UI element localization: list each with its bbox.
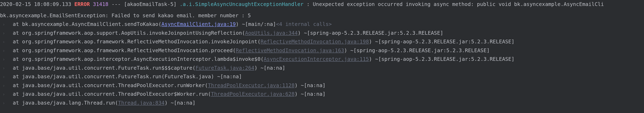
stack-frame: › at org.springframework.aop.support.Aop…	[0, 29, 644, 38]
stack-frame: › at java.base/java.util.concurrent.Futu…	[0, 64, 644, 73]
stack-trace: › at bk.asyncexample.AsyncEmailClient.se…	[0, 20, 644, 107]
stack-suffix: ) ~[spring-aop-5.2.3.RELEASE.jar:5.2.3.R…	[298, 29, 443, 38]
stack-suffix: ) ~[main/:na]	[236, 20, 276, 29]
stack-suffix: ) ~[na:na]	[295, 81, 326, 90]
separator: ---	[112, 0, 121, 9]
log-console: 2020-02-15 18:08:09.133 ERROR 31418 --- …	[0, 0, 644, 107]
stack-prefix: at org.springframework.aop.framework.Ref…	[13, 46, 236, 55]
source-link[interactable]: ThreadPoolExecutor.java:628	[211, 90, 294, 99]
stack-prefix: at java.base/java.util.concurrent.Thread…	[13, 81, 208, 90]
stack-suffix: ) ~[spring-aop-5.2.3.RELEASE.jar:5.2.3.R…	[344, 46, 490, 55]
process-id: 31418	[93, 0, 108, 9]
stack-prefix: at java.base/java.util.concurrent.Future…	[13, 64, 196, 73]
source-link[interactable]: Thread.java:834	[118, 99, 164, 108]
stack-suffix: ) ~[na:na]	[254, 64, 286, 73]
logger-name: .a.i.SimpleAsyncUncaughtExceptionHandler	[180, 0, 304, 9]
stack-suffix: ) ~[spring-aop-5.2.3.RELEASE.jar:5.2.3.R…	[369, 55, 514, 64]
chevron-right-icon[interactable]: ›	[1, 29, 6, 37]
source-link[interactable]: ThreadPoolExecutor.java:1128	[208, 81, 294, 90]
stack-prefix: at org.springframework.aop.interceptor.A…	[13, 55, 264, 64]
log-message: Unexpected exception occurred invoking a…	[313, 0, 604, 9]
exception-line: bk.asyncexample.EmailSentException: Fail…	[0, 11, 644, 20]
stack-suffix: ) ~[spring-aop-5.2.3.RELEASE.jar:5.2.3.R…	[369, 37, 514, 46]
stack-frame: › at bk.asyncexample.AsyncEmailClient.se…	[0, 20, 644, 29]
chevron-right-icon[interactable]: ›	[1, 90, 6, 98]
chevron-right-icon[interactable]: ›	[1, 47, 6, 54]
chevron-right-icon[interactable]: ›	[1, 55, 6, 63]
source-link[interactable]: AopUtils.java:344	[245, 29, 298, 38]
chevron-right-icon[interactable]: ›	[1, 82, 6, 89]
timestamp: 2020-02-15 18:08:09.133	[0, 0, 71, 9]
stack-suffix: ) ~[na:na]	[164, 99, 196, 108]
source-link[interactable]: AsyncEmailClient.java:19	[162, 20, 236, 29]
colon: :	[306, 0, 310, 9]
stack-frame: › at java.base/java.util.concurrent.Thre…	[0, 81, 644, 90]
stack-frame: › at java.base/java.util.concurrent.Thre…	[0, 90, 644, 99]
stack-frame: › at java.base/java.lang.Thread.run(Thre…	[0, 99, 644, 108]
internal-calls-note: <4 internal calls>	[276, 20, 332, 29]
source-link[interactable]: ReflectiveMethodInvocation.java:163	[236, 46, 344, 55]
log-level: ERROR	[74, 0, 90, 9]
source-link[interactable]: ReflectiveMethodInvocation.java:198	[260, 37, 369, 46]
stack-prefix: at java.base/java.util.concurrent.Thread…	[13, 90, 211, 99]
stack-frame: › at org.springframework.aop.framework.R…	[0, 37, 644, 46]
stack-suffix: ) ~[na:na]	[295, 90, 326, 99]
thread-name: [akaoEmailTask-5]	[124, 0, 176, 9]
log-header-line: 2020-02-15 18:08:09.133 ERROR 31418 --- …	[0, 0, 644, 9]
stack-frame: › at org.springframework.aop.interceptor…	[0, 55, 644, 64]
chevron-right-icon[interactable]: ›	[1, 99, 6, 107]
chevron-right-icon[interactable]: ›	[1, 20, 6, 28]
exception-message: bk.asyncexample.EmailSentException: Fail…	[0, 11, 251, 20]
stack-prefix: at bk.asyncexample.AsyncEmailClient.send…	[13, 20, 161, 29]
stack-frame: › at java.base/java.util.concurrent.Futu…	[0, 72, 644, 81]
stack-prefix: at java.base/java.lang.Thread.run(	[13, 99, 118, 108]
stack-prefix: at org.springframework.aop.support.AopUt…	[13, 29, 245, 38]
source-link[interactable]: FutureTask.java:264	[196, 64, 254, 73]
source-link[interactable]: AsyncExecutionInterceptor.java:115	[264, 55, 369, 64]
chevron-right-icon[interactable]: ›	[1, 64, 6, 72]
stack-frame: › at org.springframework.aop.framework.R…	[0, 46, 644, 55]
chevron-right-icon[interactable]: ›	[1, 38, 6, 46]
stack-prefix: at org.springframework.aop.framework.Ref…	[13, 37, 260, 46]
stack-prefix: at java.base/java.util.concurrent.Future…	[13, 72, 242, 81]
chevron-right-icon[interactable]: ›	[1, 73, 6, 81]
